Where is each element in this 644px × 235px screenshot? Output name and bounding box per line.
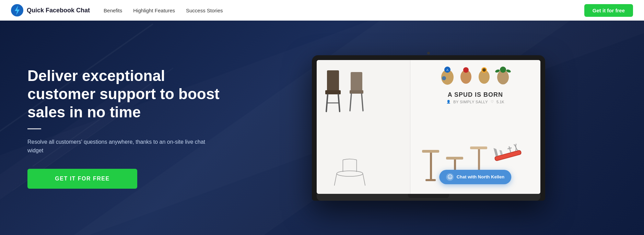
- hero-divider: [27, 128, 41, 129]
- character-captain: A: [439, 66, 456, 85]
- navbar: Quick Facebook Chat Benefits Highlight F…: [0, 0, 644, 21]
- svg-point-11: [337, 171, 363, 176]
- webcam-dot: [427, 52, 430, 55]
- hero-subtitle: Resolve all customers' questions anywher…: [27, 138, 220, 155]
- hero-right-content: A: [240, 55, 617, 201]
- book-author-icon: 👤: [446, 100, 450, 104]
- navbar-cta-button[interactable]: Get it for free: [584, 4, 633, 17]
- svg-line-10: [362, 94, 363, 111]
- svg-point-24: [482, 68, 486, 72]
- svg-line-12: [334, 174, 337, 186]
- characters-row: A: [410, 60, 540, 89]
- screen-left-panel: [317, 60, 411, 194]
- svg-point-26: [500, 67, 506, 73]
- hero-cta-button[interactable]: GET IT FOR FREE: [27, 169, 137, 189]
- hero-left-content: Deliver exceptional customer support to …: [27, 67, 240, 189]
- svg-point-43: [450, 176, 451, 177]
- laptop-stand: [408, 194, 449, 198]
- hero-section: Deliver exceptional customer support to …: [0, 21, 644, 235]
- chair-illustration-2: [348, 70, 365, 115]
- logo-icon: [11, 4, 23, 16]
- nav-links: Benefits Highlight Features Success Stor…: [104, 8, 584, 13]
- chat-icon: [448, 175, 452, 179]
- screen-left-bottom: [324, 158, 403, 187]
- character-yoda: [495, 66, 511, 85]
- svg-rect-2: [327, 70, 339, 91]
- svg-point-41: [449, 176, 449, 177]
- svg-rect-35: [470, 146, 487, 149]
- laptop-outer: A: [312, 55, 545, 201]
- chat-bubble-icon: [446, 173, 454, 181]
- screen-title-area: A SPUD IS BORN 👤 BY SIMPLY SALLY ♡ 5.1K: [410, 89, 540, 107]
- laptop-mockup: A: [312, 55, 545, 201]
- logo-area[interactable]: Quick Facebook Chat: [11, 4, 90, 16]
- wire-chair-illustration: [324, 158, 403, 186]
- screen-book-meta: 👤 BY SIMPLY SALLY ♡ 5.1K: [417, 100, 533, 104]
- svg-text:A: A: [446, 68, 448, 72]
- heart-icon: ♡: [491, 100, 494, 104]
- svg-rect-29: [422, 150, 439, 153]
- laptop-screen: A: [317, 60, 540, 194]
- screen-right-panel: A: [410, 60, 540, 194]
- character-minion: [477, 67, 492, 84]
- chat-bubble-button[interactable]: Chat with North Kellen: [440, 170, 511, 184]
- character-spiderman: [458, 67, 474, 84]
- nav-success-stories[interactable]: Success Stories: [186, 8, 223, 13]
- book-likes: 5.1K: [496, 100, 504, 104]
- brand-name: Quick Facebook Chat: [27, 7, 90, 14]
- chat-button-label: Chat with North Kellen: [457, 174, 504, 179]
- svg-point-42: [450, 176, 450, 177]
- svg-point-40: [448, 175, 452, 179]
- svg-rect-31: [425, 179, 436, 181]
- svg-line-13: [363, 174, 365, 186]
- chair-illustrations: [324, 67, 403, 115]
- svg-point-19: [442, 76, 446, 80]
- svg-line-9: [350, 94, 351, 111]
- screen-book-title: A SPUD IS BORN: [417, 91, 533, 98]
- nav-highlight-features[interactable]: Highlight Features: [133, 8, 175, 13]
- laptop-base: [317, 194, 540, 201]
- svg-rect-8: [350, 90, 363, 94]
- hero-title: Deliver exceptional customer support to …: [27, 67, 220, 121]
- book-author: BY SIMPLY SALLY: [453, 100, 488, 104]
- nav-benefits[interactable]: Benefits: [104, 8, 122, 13]
- chair-illustration-1: [324, 70, 342, 115]
- svg-rect-30: [430, 153, 432, 180]
- svg-rect-32: [446, 157, 463, 160]
- svg-point-21: [463, 67, 469, 73]
- svg-rect-7: [351, 72, 362, 91]
